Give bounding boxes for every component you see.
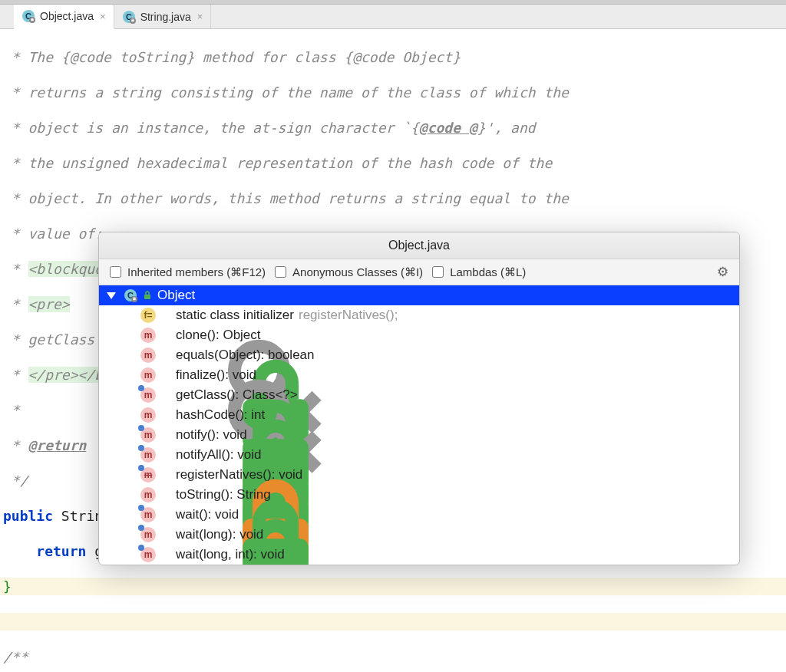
tab-object-java[interactable]: Object.java × [14,5,114,29]
structure-class-name: Object [157,288,195,303]
member-label: finalize(): void [176,367,256,383]
method-icon: m [140,387,156,403]
method-icon: m [140,348,156,363]
popup-title: Object.java [99,232,739,259]
lock-icon [142,290,153,301]
code-line: * returns a string consisting of the nam… [0,84,786,101]
structure-member[interactable]: mwait(): void [99,505,739,525]
member-label: notifyAll(): void [176,447,261,463]
structure-member[interactable]: mregisterNatives(): void [99,465,739,485]
structure-member[interactable]: mgetClass(): Class<?> [99,385,739,405]
structure-member[interactable]: f=static class initializer registerNativ… [99,305,739,325]
lock-icon [160,549,171,560]
code-line: * object is an instance, the at-sign cha… [0,119,786,137]
key-icon [160,370,171,380]
method-icon: m [140,467,156,483]
lock-icon [160,450,171,460]
member-label: registerNatives(): void [176,467,302,483]
popup-toolbar: Inherited members (⌘F12) Anonymous Class… [99,259,739,285]
lock-icon [160,509,171,520]
structure-member[interactable]: mnotify(): void [99,425,739,445]
method-icon: m [140,427,156,443]
member-label: clone(): Object [176,328,261,343]
class-icon [21,9,35,23]
structure-member[interactable]: mnotifyAll(): void [99,445,739,465]
lock-icon [160,390,171,400]
lock-icon [160,489,171,500]
member-label: wait(long, int): void [176,547,285,562]
method-icon: m [140,487,156,502]
member-label: toString(): String [176,487,271,502]
member-label: hashCode(): int [176,407,265,423]
method-icon: m [140,328,156,343]
code-line: * object. In other words, this method re… [0,189,786,207]
lock-icon [160,410,171,420]
lock-icon [160,350,171,361]
highlighted-line: } [0,578,786,595]
structure-member[interactable]: mwait(long, int): void [99,545,739,565]
tab-bar: Object.java × String.java × [0,5,786,29]
close-icon[interactable]: × [100,11,106,22]
method-icon: m [140,447,156,463]
highlighted-line [0,613,786,631]
anonymous-classes-checkbox[interactable]: Anonymous Classes (⌘I) [275,265,423,279]
member-label: getClass(): Class<?> [176,387,298,403]
tab-label: Object.java [40,10,94,22]
structure-member[interactable]: mwait(long): void [99,525,739,545]
inherited-members-checkbox[interactable]: Inherited members (⌘F12) [110,265,266,279]
chevron-down-icon [107,292,116,299]
member-label: notify(): void [176,427,247,443]
method-icon: m [140,547,156,562]
tab-string-java[interactable]: String.java × [114,5,212,28]
structure-class-header[interactable]: Object [99,285,739,305]
method-icon: m [140,527,156,542]
file-structure-popup: Object.java Inherited members (⌘F12) Ano… [98,232,740,565]
code-line: * The {@code toString} method for class … [0,48,786,66]
lock-icon [160,469,171,480]
tab-label: String.java [140,11,191,23]
structure-member[interactable]: mhashCode(): int [99,405,739,425]
method-icon: m [140,407,156,423]
method-icon: m [140,507,156,522]
code-line: * the unsigned hexadecimal representatio… [0,154,786,172]
method-icon: m [140,367,156,383]
class-icon [122,10,136,24]
member-label: wait(long): void [176,527,263,542]
gear-icon[interactable]: ⚙ [717,264,728,280]
lock-icon [160,430,171,440]
structure-member[interactable]: mtoString(): String [99,485,739,505]
member-label: equals(Object): boolean [176,348,315,363]
lock-icon [160,529,171,540]
lambdas-checkbox[interactable]: Lambdas (⌘L) [432,265,526,279]
structure-member[interactable]: mclone(): Object [99,325,739,345]
class-icon [124,288,137,302]
member-extra: registerNatives(); [299,308,398,323]
code-line: /** [0,648,786,666]
key-icon [160,330,171,341]
close-icon[interactable]: × [197,11,203,22]
member-label: static class initializer [176,308,294,323]
field-icon: f= [140,308,156,323]
structure-member[interactable]: mequals(Object): boolean [99,345,739,365]
structure-member[interactable]: mfinalize(): void [99,365,739,385]
member-label: wait(): void [176,507,239,522]
